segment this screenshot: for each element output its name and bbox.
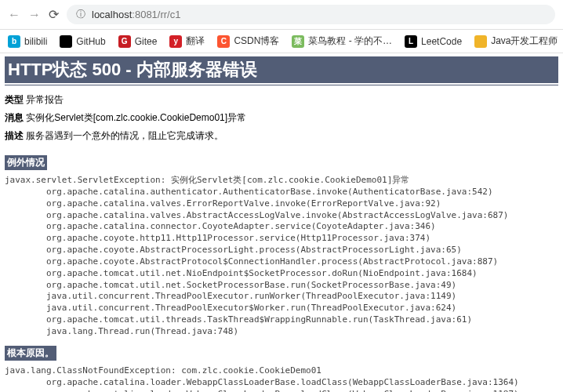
page-title: HTTP状态 500 - 内部服务器错误 bbox=[5, 56, 558, 83]
bookmark-item[interactable]: LLeetCode bbox=[405, 35, 462, 48]
divider bbox=[5, 85, 558, 85]
bookmark-icon: b bbox=[8, 35, 20, 48]
browser-nav-bar: ← → ⟳ ⓘ localhost:8081/rr/c1 bbox=[0, 0, 563, 30]
bookmark-icon: G bbox=[118, 35, 131, 48]
bookmark-label: GitHub bbox=[76, 36, 105, 47]
type-field: 类型 异常报告 bbox=[5, 93, 558, 107]
bookmark-item[interactable]: GGitee bbox=[118, 35, 158, 48]
bookmark-icon: 菜 bbox=[292, 35, 304, 48]
bookmark-label: Gitee bbox=[135, 36, 158, 47]
message-field: 消息 实例化Servlet类[com.zlc.cookie.CookieDemo… bbox=[5, 111, 558, 125]
bookmark-item[interactable]: bbilibili bbox=[8, 35, 47, 48]
bookmark-label: bilibili bbox=[24, 36, 47, 47]
forward-button: → bbox=[28, 8, 41, 22]
bookmark-icon: L bbox=[405, 35, 417, 48]
bookmark-item[interactable]: CCSDN博客 bbox=[217, 34, 279, 48]
reload-button[interactable]: ⟳ bbox=[49, 7, 59, 22]
bookmark-label: LeetCode bbox=[421, 36, 462, 47]
bookmark-icon: C bbox=[217, 35, 230, 48]
bookmark-icon: у bbox=[169, 35, 182, 48]
bookmark-item[interactable]: GitHub bbox=[60, 35, 105, 48]
rootcause-stack: java.lang.ClassNotFoundException: com.zl… bbox=[5, 365, 558, 392]
rootcause-heading: 根本原因。 bbox=[5, 346, 56, 361]
bookmark-icon bbox=[60, 35, 72, 48]
bookmarks-bar: bbilibiliGitHubGGiteeу翻译CCSDN博客菜菜鸟教程 - 学… bbox=[0, 30, 563, 53]
bookmark-item[interactable]: Java开发工程师 bbox=[474, 34, 558, 48]
exception-stack: javax.servlet.ServletException: 实例化Servl… bbox=[5, 175, 558, 338]
site-info-icon[interactable]: ⓘ bbox=[76, 8, 85, 21]
bookmark-label: 菜鸟教程 - 学的不… bbox=[308, 34, 392, 48]
bookmark-label: 翻译 bbox=[186, 34, 205, 48]
bookmark-label: Java开发工程师 bbox=[491, 34, 558, 48]
bookmark-icon bbox=[474, 35, 487, 48]
exception-heading: 例外情况 bbox=[5, 155, 47, 170]
url-host: localhost:8081/rr/c1 bbox=[92, 9, 180, 20]
back-button[interactable]: ← bbox=[8, 8, 20, 22]
bookmark-label: CSDN博客 bbox=[234, 34, 279, 48]
bookmark-item[interactable]: 菜菜鸟教程 - 学的不… bbox=[292, 34, 392, 48]
page-content: HTTP状态 500 - 内部服务器错误 类型 异常报告 消息 实例化Servl… bbox=[0, 53, 563, 392]
bookmark-item[interactable]: у翻译 bbox=[169, 34, 205, 48]
address-bar[interactable]: ⓘ localhost:8081/rr/c1 bbox=[67, 5, 555, 24]
description-field: 描述 服务器遇到一个意外的情况，阻止它完成请求。 bbox=[5, 129, 558, 143]
